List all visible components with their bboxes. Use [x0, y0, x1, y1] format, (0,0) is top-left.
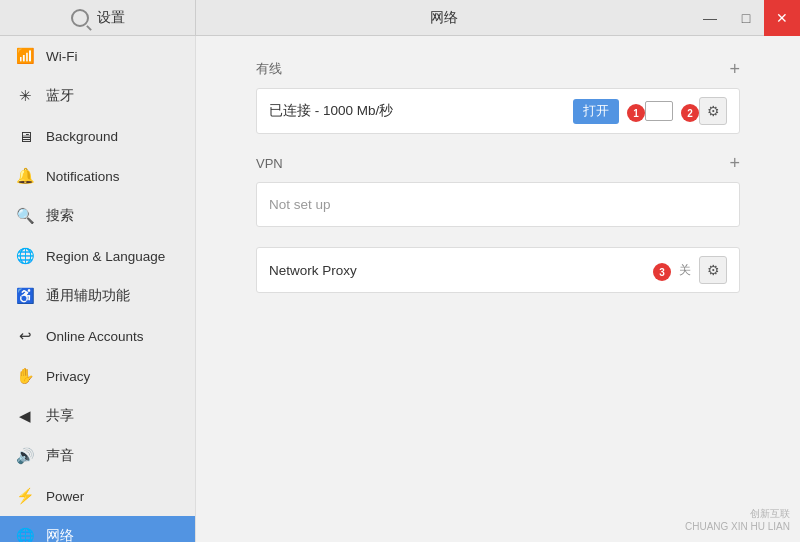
- sidebar-label-privacy: Privacy: [46, 369, 90, 384]
- main-layout: 📶 Wi-Fi ✳ 蓝牙 🖥 Background 🔔 Notification…: [0, 36, 800, 542]
- vpn-section-title: VPN: [256, 156, 283, 171]
- search-icon: [71, 9, 89, 27]
- sharing-icon: ◀: [16, 407, 34, 425]
- sound-icon: 🔊: [16, 447, 34, 465]
- sidebar: 📶 Wi-Fi ✳ 蓝牙 🖥 Background 🔔 Notification…: [0, 36, 196, 542]
- sidebar-label-network: 网络: [46, 527, 74, 542]
- sidebar-item-wifi[interactable]: 📶 Wi-Fi: [0, 36, 195, 76]
- wired-connection-label: 已连接 - 1000 Mb/秒: [269, 102, 573, 120]
- title-bar: 设置 网络 — □ ✕: [0, 0, 800, 36]
- sidebar-item-bluetooth[interactable]: ✳ 蓝牙: [0, 76, 195, 116]
- accessibility-icon: ♿: [16, 287, 34, 305]
- sidebar-label-accessibility: 通用辅助功能: [46, 287, 130, 305]
- sidebar-item-sharing[interactable]: ◀ 共享: [0, 396, 195, 436]
- sidebar-label-power: Power: [46, 489, 84, 504]
- sidebar-item-privacy[interactable]: ✋ Privacy: [0, 356, 195, 396]
- annotation-1: 1: [627, 104, 645, 122]
- annotation-2: 2: [681, 104, 699, 122]
- sidebar-item-region[interactable]: 🌐 Region & Language: [0, 236, 195, 276]
- vpn-not-setup: Not set up: [256, 182, 740, 227]
- proxy-gear-button[interactable]: ⚙: [699, 256, 727, 284]
- region-icon: 🌐: [16, 247, 34, 265]
- sidebar-item-background[interactable]: 🖥 Background: [0, 116, 195, 156]
- settings-title: 设置: [97, 9, 125, 27]
- sidebar-item-power[interactable]: ⚡ Power: [0, 476, 195, 516]
- sidebar-label-background: Background: [46, 129, 118, 144]
- accounts-icon: ↩: [16, 327, 34, 345]
- wired-add-button[interactable]: +: [729, 60, 740, 78]
- window-controls: — □ ✕: [692, 0, 800, 35]
- sidebar-label-wifi: Wi-Fi: [46, 49, 77, 64]
- wired-gear-button[interactable]: ⚙: [699, 97, 727, 125]
- search-sidebar-icon: 🔍: [16, 207, 34, 225]
- power-icon: ⚡: [16, 487, 34, 505]
- sidebar-label-bluetooth: 蓝牙: [46, 87, 74, 105]
- privacy-icon: ✋: [16, 367, 34, 385]
- notifications-icon: 🔔: [16, 167, 34, 185]
- vpn-status-label: Not set up: [269, 197, 331, 212]
- wired-toggle[interactable]: [645, 101, 673, 121]
- sidebar-label-accounts: Online Accounts: [46, 329, 144, 344]
- sidebar-item-search[interactable]: 🔍 搜索: [0, 196, 195, 236]
- maximize-button[interactable]: □: [728, 0, 764, 36]
- sidebar-label-notifications: Notifications: [46, 169, 120, 184]
- wired-connection-item: 已连接 - 1000 Mb/秒 打开 1 2 ⚙: [256, 88, 740, 134]
- network-proxy-item: Network Proxy 3 关 ⚙: [256, 247, 740, 293]
- minimize-button[interactable]: —: [692, 0, 728, 36]
- window-title: 网络: [196, 9, 692, 27]
- sidebar-label-sound: 声音: [46, 447, 74, 465]
- wired-open-button[interactable]: 打开: [573, 99, 619, 124]
- proxy-off-label: 关: [679, 262, 691, 279]
- sidebar-item-sound[interactable]: 🔊 声音: [0, 436, 195, 476]
- proxy-label: Network Proxy: [269, 263, 651, 278]
- close-button[interactable]: ✕: [764, 0, 800, 36]
- background-icon: 🖥: [16, 127, 34, 145]
- sidebar-item-network[interactable]: 🌐 网络: [0, 516, 195, 542]
- wired-section-header: 有线 +: [256, 60, 740, 78]
- sidebar-item-notifications[interactable]: 🔔 Notifications: [0, 156, 195, 196]
- sidebar-item-accounts[interactable]: ↩ Online Accounts: [0, 316, 195, 356]
- annotation-3: 3: [653, 263, 671, 281]
- sidebar-label-sharing: 共享: [46, 407, 74, 425]
- sidebar-label-region: Region & Language: [46, 249, 165, 264]
- sidebar-item-accessibility[interactable]: ♿ 通用辅助功能: [0, 276, 195, 316]
- wifi-icon: 📶: [16, 47, 34, 65]
- content-area: 有线 + 已连接 - 1000 Mb/秒 打开 1 2 ⚙ VPN + Not …: [196, 36, 800, 542]
- vpn-add-button[interactable]: +: [729, 154, 740, 172]
- bluetooth-icon: ✳: [16, 87, 34, 105]
- sidebar-label-search: 搜索: [46, 207, 74, 225]
- wired-section-title: 有线: [256, 60, 282, 78]
- network-icon: 🌐: [16, 527, 34, 542]
- title-bar-search-area: 设置: [0, 0, 196, 35]
- vpn-section-header: VPN +: [256, 154, 740, 172]
